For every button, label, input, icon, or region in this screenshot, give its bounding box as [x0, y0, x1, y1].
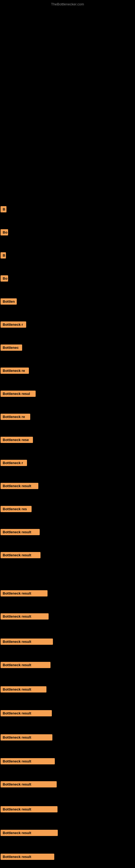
bottleneck-result-item: Bottleneck result	[1, 781, 57, 787]
bottleneck-result-item: Bottlenec	[1, 344, 22, 351]
bottleneck-result-item: Bottleneck result	[1, 529, 40, 535]
bottleneck-result-item: Bo	[1, 229, 8, 236]
bottleneck-result-item: Bottleneck result	[1, 686, 46, 692]
bottleneck-result-item: Bottleneck resul	[1, 391, 36, 397]
bottleneck-result-item: Bottleneck result	[1, 830, 58, 836]
bottleneck-result-item: Bottleneck result	[1, 613, 49, 620]
bottleneck-result-item: Bottleneck result	[1, 734, 52, 741]
bottleneck-result-item: Bottleneck result	[1, 483, 38, 489]
bottleneck-result-item: Bottleneck rese	[1, 437, 33, 443]
bottleneck-result-item: B	[1, 252, 6, 258]
bottleneck-result-item: Bottlen	[1, 299, 17, 305]
bottleneck-result-item: Bottleneck result	[1, 662, 50, 668]
bottleneck-result-item: Bottleneck r	[1, 460, 27, 466]
bottleneck-result-item: Bottleneck r	[1, 321, 26, 328]
bottleneck-result-item: Bottleneck re	[1, 368, 29, 374]
bottleneck-result-item: Bottleneck result	[1, 806, 57, 812]
bottleneck-result-item: Bottleneck result	[1, 639, 53, 645]
bottleneck-result-item: Bottleneck result	[1, 552, 41, 558]
bottleneck-result-item: Bottleneck res	[1, 506, 32, 512]
bottleneck-result-item: Bottleneck result	[1, 590, 48, 596]
bottleneck-result-item: Bottleneck result	[1, 854, 54, 860]
bottleneck-result-item: Bottleneck re	[1, 414, 30, 420]
site-title: TheBottlenecker.com	[51, 2, 84, 6]
bottleneck-result-item: Bottleneck result	[1, 710, 52, 716]
bottleneck-result-item: B	[1, 206, 6, 212]
bottleneck-result-item: Bottleneck result	[1, 758, 55, 764]
bottleneck-result-item: Bo	[1, 275, 8, 282]
